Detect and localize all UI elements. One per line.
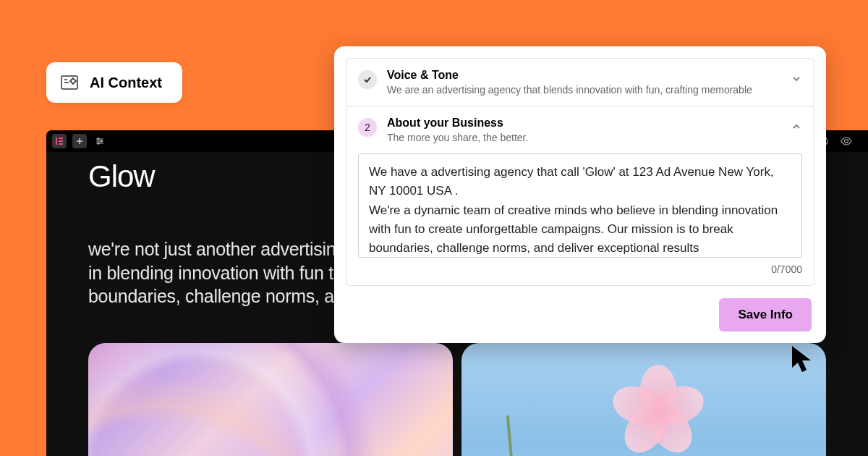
save-info-button[interactable]: Save Info — [719, 298, 812, 332]
cursor-icon — [791, 345, 817, 378]
svg-rect-4 — [59, 140, 63, 142]
ai-context-icon — [59, 72, 80, 93]
svg-rect-2 — [56, 138, 57, 145]
image-gallery — [88, 343, 826, 457]
svg-point-7 — [101, 140, 102, 142]
business-description-input[interactable]: We have a advertising agency that call '… — [358, 153, 802, 258]
svg-point-8 — [98, 143, 99, 144]
ai-context-badge: AI Context — [46, 62, 182, 103]
hero-image-flower — [461, 343, 826, 457]
svg-point-1 — [71, 79, 75, 83]
elementor-icon[interactable] — [52, 134, 67, 148]
ai-context-modal: Voice & Tone We are an advertising agenc… — [334, 46, 826, 343]
section-subtitle: The more you share, the better. — [387, 132, 780, 143]
add-element-button[interactable] — [72, 134, 87, 148]
textarea-value: We have a advertising agency that call '… — [369, 163, 791, 258]
section-title: About your Business — [387, 117, 780, 130]
svg-rect-5 — [59, 143, 63, 145]
section-subtitle: We are an advertising agency that blends… — [387, 84, 780, 96]
chevron-down-icon — [791, 73, 802, 88]
character-counter: 0/7000 — [358, 263, 802, 275]
svg-point-6 — [98, 138, 99, 140]
ai-context-label: AI Context — [90, 75, 162, 91]
accordion-voice-tone[interactable]: Voice & Tone We are an advertising agenc… — [346, 58, 814, 106]
accordion-about-business[interactable]: 2 About your Business The more you share… — [346, 106, 814, 286]
svg-rect-3 — [59, 138, 63, 139]
preview-icon[interactable] — [839, 134, 854, 148]
chevron-up-icon — [791, 121, 802, 135]
settings-icon[interactable] — [93, 134, 107, 148]
check-icon — [358, 70, 377, 89]
step-number-icon: 2 — [358, 118, 377, 137]
hero-image-abstract — [88, 343, 453, 457]
svg-point-11 — [845, 140, 848, 143]
site-logo: Glow — [88, 159, 155, 194]
section-title: Voice & Tone — [387, 69, 780, 82]
